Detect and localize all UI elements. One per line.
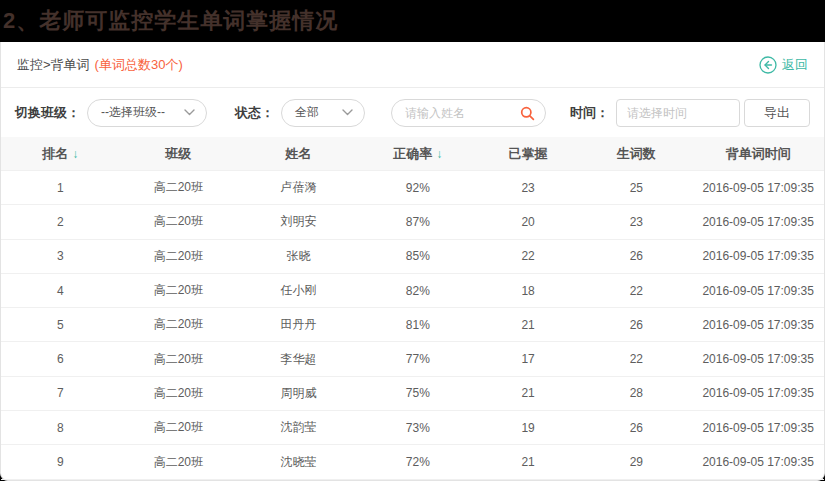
cell-mastered: 17 xyxy=(476,342,581,376)
cell-accuracy: 75% xyxy=(360,376,476,410)
search-icon[interactable] xyxy=(520,106,535,125)
cell-accuracy: 73% xyxy=(360,411,476,445)
cell-new-words: 28 xyxy=(580,376,692,410)
status-select[interactable]: 全部 xyxy=(281,99,365,127)
cell-rank: 2 xyxy=(1,205,120,239)
arrow-left-circle-icon xyxy=(759,56,777,74)
cell-class: 高二20班 xyxy=(120,239,238,273)
cell-name: 沈晓莹 xyxy=(237,445,360,479)
cell-time: 2016-09-05 17:09:35 xyxy=(692,342,824,376)
cell-class: 高二20班 xyxy=(120,445,238,479)
cell-time: 2016-09-05 17:09:35 xyxy=(692,308,824,342)
table-row: 5高二20班田丹丹81%21262016-09-05 17:09:35 xyxy=(1,308,824,342)
cell-class: 高二20班 xyxy=(120,308,238,342)
column-header-time: 背单词时间 xyxy=(692,137,824,171)
cell-name: 张晓 xyxy=(237,239,360,273)
cell-accuracy: 92% xyxy=(360,171,476,205)
cell-time: 2016-09-05 17:09:35 xyxy=(692,171,824,205)
cell-time: 2016-09-05 17:09:35 xyxy=(692,273,824,307)
column-header-mastered: 已掌握 xyxy=(476,137,581,171)
cell-new-words: 22 xyxy=(580,273,692,307)
table-row: 7高二20班周明威75%21282016-09-05 17:09:35 xyxy=(1,376,824,410)
cell-name: 田丹丹 xyxy=(237,308,360,342)
cell-accuracy: 77% xyxy=(360,342,476,376)
cell-class: 高二20班 xyxy=(120,273,238,307)
cell-rank: 7 xyxy=(1,376,120,410)
time-filter-label: 时间： xyxy=(570,104,609,122)
class-select[interactable]: --选择班级-- xyxy=(87,99,207,127)
cell-class: 高二20班 xyxy=(120,205,238,239)
breadcrumb-bar: 监控>背单词 (单词总数30个) 返回 xyxy=(1,42,824,88)
cell-rank: 1 xyxy=(1,171,120,205)
time-picker-input[interactable] xyxy=(616,99,740,127)
cell-name: 沈韵莹 xyxy=(237,411,360,445)
cell-name: 周明威 xyxy=(237,376,360,410)
cell-time: 2016-09-05 17:09:35 xyxy=(692,445,824,479)
cell-time: 2016-09-05 17:09:35 xyxy=(692,239,824,273)
cell-new-words: 26 xyxy=(580,239,692,273)
export-button[interactable]: 导出 xyxy=(744,99,810,127)
cell-new-words: 26 xyxy=(580,308,692,342)
cell-new-words: 23 xyxy=(580,205,692,239)
cell-mastered: 19 xyxy=(476,411,581,445)
cell-mastered: 22 xyxy=(476,239,581,273)
status-select-value: 全部 xyxy=(295,104,319,121)
cell-new-words: 26 xyxy=(580,411,692,445)
cell-class: 高二20班 xyxy=(120,171,238,205)
cell-mastered: 21 xyxy=(476,308,581,342)
top-title-bar: 2、老师可监控学生单词掌握情况 xyxy=(0,0,825,42)
status-filter-label: 状态： xyxy=(235,104,274,122)
cell-rank: 3 xyxy=(1,239,120,273)
breadcrumb: 监控>背单词 xyxy=(17,56,90,74)
student-word-table: 排名↓ 班级 姓名 正确率↓ 已掌握 生词数 背单词时间 1高二20班卢蓓漪92… xyxy=(1,137,824,481)
cell-time: 2016-09-05 17:09:35 xyxy=(692,376,824,410)
cell-rank: 5 xyxy=(1,308,120,342)
table-row: 6高二20班李华超77%17222016-09-05 17:09:35 xyxy=(1,342,824,376)
table-row: 8高二20班沈韵莹73%19262016-09-05 17:09:35 xyxy=(1,411,824,445)
class-filter-label: 切换班级： xyxy=(15,104,80,122)
cell-accuracy: 82% xyxy=(360,273,476,307)
table-row: 9高二20班沈晓莹72%21292016-09-05 17:09:35 xyxy=(1,445,824,479)
cell-accuracy: 72% xyxy=(360,445,476,479)
cell-name: 刘明安 xyxy=(237,205,360,239)
column-header-class: 班级 xyxy=(120,137,238,171)
cell-rank: 8 xyxy=(1,411,120,445)
word-total-badge: (单词总数30个) xyxy=(95,56,183,74)
cell-name: 李华超 xyxy=(237,342,360,376)
column-header-rank[interactable]: 排名↓ xyxy=(1,137,120,171)
content-panel: 监控>背单词 (单词总数30个) 返回 切换班级： --选择班级-- 状态： 全… xyxy=(0,42,825,481)
table-row: 4高二20班任小刚82%18222016-09-05 17:09:35 xyxy=(1,273,824,307)
table-row: 3高二20班张晓85%22262016-09-05 17:09:35 xyxy=(1,239,824,273)
table-row: 2高二20班刘明安87%20232016-09-05 17:09:35 xyxy=(1,205,824,239)
cell-time: 2016-09-05 17:09:35 xyxy=(692,205,824,239)
sort-arrow-icon[interactable]: ↓ xyxy=(72,147,78,161)
cell-mastered: 21 xyxy=(476,376,581,410)
cell-mastered: 23 xyxy=(476,171,581,205)
sort-arrow-icon[interactable]: ↓ xyxy=(436,147,442,161)
column-header-accuracy[interactable]: 正确率↓ xyxy=(360,137,476,171)
cell-accuracy: 85% xyxy=(360,239,476,273)
cell-rank: 9 xyxy=(1,445,120,479)
column-header-name: 姓名 xyxy=(237,137,360,171)
cell-rank: 6 xyxy=(1,342,120,376)
cell-mastered: 21 xyxy=(476,445,581,479)
table-row: 1高二20班卢蓓漪92%23252016-09-05 17:09:35 xyxy=(1,171,824,205)
cell-new-words: 29 xyxy=(580,445,692,479)
chevron-down-icon xyxy=(342,109,353,116)
cell-mastered: 20 xyxy=(476,205,581,239)
cell-name: 任小刚 xyxy=(237,273,360,307)
filter-bar: 切换班级： --选择班级-- 状态： 全部 时间： 导出 xyxy=(1,88,824,137)
cell-class: 高二20班 xyxy=(120,342,238,376)
cell-class: 高二20班 xyxy=(120,376,238,410)
class-select-value: --选择班级-- xyxy=(101,104,165,121)
page-title: 2、老师可监控学生单词掌握情况 xyxy=(0,6,338,36)
cell-name: 卢蓓漪 xyxy=(237,171,360,205)
back-button[interactable]: 返回 xyxy=(759,56,808,74)
cell-class: 高二20班 xyxy=(120,411,238,445)
name-search xyxy=(391,99,546,127)
cell-new-words: 22 xyxy=(580,342,692,376)
table-header-row: 排名↓ 班级 姓名 正确率↓ 已掌握 生词数 背单词时间 xyxy=(1,137,824,171)
cell-time: 2016-09-05 17:09:35 xyxy=(692,411,824,445)
column-header-new-words: 生词数 xyxy=(580,137,692,171)
cell-accuracy: 87% xyxy=(360,205,476,239)
